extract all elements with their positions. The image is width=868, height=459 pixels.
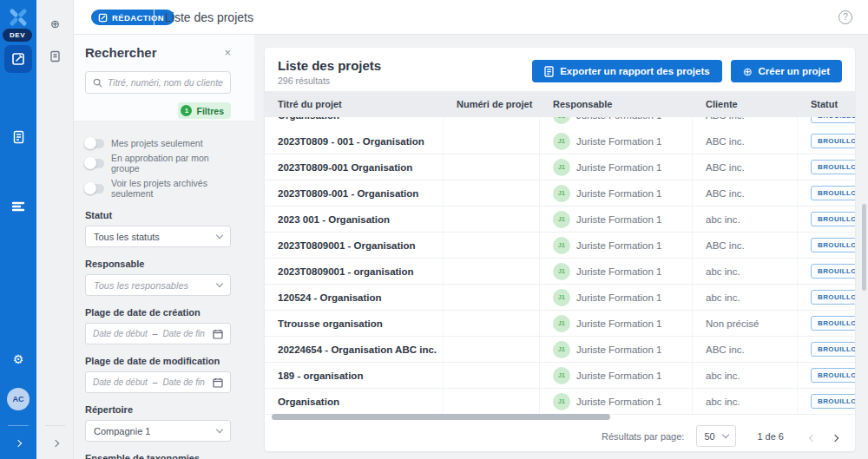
status-badge: BROUILLON: [811, 264, 855, 279]
chevron-down-icon: [216, 232, 223, 239]
per-page-value: 50: [704, 431, 714, 442]
responsable-avatar: J1: [553, 117, 570, 124]
repertoire-select[interactable]: Compagnie 1: [85, 420, 231, 442]
table-row[interactable]: 20224654 - Organisation ABC inc. J1 Juri…: [265, 337, 855, 363]
filter-panel: Rechercher × 1 Filtres Mes projets seule…: [85, 45, 231, 459]
client-name: ABC inc.: [706, 344, 745, 355]
filters-label: Filtres: [196, 106, 224, 116]
previous-page-chevron[interactable]: [810, 429, 815, 444]
client-name: abc inc.: [706, 266, 740, 277]
table-footer: Résultats par page: 50 1 de 6: [265, 421, 855, 451]
responsable-select[interactable]: Tous les responsables: [85, 274, 231, 296]
user-avatar[interactable]: AC: [7, 388, 30, 410]
table-row[interactable]: 2023T0809001 - organisation J1 Juriste F…: [265, 259, 855, 285]
project-title: Ttrousse organisation: [278, 318, 383, 329]
client-name: ABC inc.: [706, 162, 745, 173]
page-title: Liste des projets: [165, 10, 253, 24]
secondary-sidebar-divider: [45, 425, 65, 426]
table-row[interactable]: 2023T0809001 - Organisation J1 Juriste F…: [265, 233, 855, 259]
table-row[interactable]: 120524 - Organisation J1 Juriste Formati…: [265, 285, 855, 311]
table-row[interactable]: 2023T0809 - 001 - Organisation J1 Jurist…: [265, 128, 855, 154]
content-area: Rechercher × 1 Filtres Mes projets seule…: [74, 35, 868, 459]
date-start-placeholder: Date de début: [93, 377, 148, 387]
close-icon[interactable]: ×: [224, 46, 231, 59]
vertical-scrollbar[interactable]: [862, 204, 866, 291]
project-title: 2023T0809-001 - Organisation: [278, 188, 418, 199]
table-row[interactable]: Ttrousse organisation J1 Juriste Formati…: [265, 311, 855, 337]
help-icon[interactable]: ?: [838, 10, 852, 24]
date-dash: –: [153, 377, 158, 387]
dev-environment-badge: DEV: [3, 29, 32, 42]
date-end-placeholder: Date de fin: [162, 377, 204, 387]
responsable-value: Tous les responsables: [94, 280, 188, 291]
edit-document-icon: [11, 52, 25, 66]
responsable-name: Juriste Formation 1: [576, 214, 661, 225]
toggle-archived-only[interactable]: Voir les projets archivés seulement: [85, 178, 231, 199]
responsable-avatar: J1: [553, 367, 570, 384]
secondary-expand-chevron[interactable]: [36, 434, 74, 449]
next-page-chevron[interactable]: [832, 429, 838, 444]
responsable-name: Juriste Formation 1: [576, 344, 661, 355]
active-filters-badge[interactable]: 1 Filtres: [178, 102, 231, 119]
responsable-name: Juriste Formation 1: [576, 266, 661, 277]
module-badge-redaction[interactable]: RÉDACTION: [91, 10, 174, 25]
table-row[interactable]: 2023T0809-001 Organisation J1 Juriste Fo…: [265, 154, 855, 180]
table-row[interactable]: 2023T0809-001 - Organisation J1 Juriste …: [265, 180, 855, 207]
responsable-avatar: J1: [553, 133, 570, 150]
toggle-label: En approbation par mon groupe: [111, 153, 231, 174]
add-circle-icon[interactable]: ⊕: [36, 17, 74, 30]
table-row[interactable]: 2023 001 - Organisation J1 Juriste Forma…: [265, 207, 855, 233]
file-icon[interactable]: [36, 50, 74, 62]
column-header: Statut: [798, 99, 855, 109]
date-modification-range[interactable]: Date de début – Date de fin: [85, 371, 231, 393]
table-row[interactable]: 189 - organisation J1 Juriste Formation …: [265, 363, 855, 389]
status-badge: BROUILLON: [811, 160, 855, 174]
project-title: 120524 - Organisation: [278, 292, 382, 303]
responsable-avatar: J1: [553, 159, 570, 176]
edit-pencil-icon: [98, 13, 108, 23]
filters-count: 1: [181, 105, 192, 116]
report-document-icon: [544, 66, 554, 77]
search-panel-title: Rechercher: [85, 45, 157, 60]
status-badge: BROUILLON: [811, 342, 855, 357]
module-badge-label: RÉDACTION: [112, 13, 164, 23]
sidebar-divider: [8, 425, 29, 426]
status-badge: BROUILLON: [811, 316, 855, 331]
horizontal-scrollbar[interactable]: [272, 414, 610, 420]
responsable-name: Juriste Formation 1: [576, 292, 661, 303]
search-input[interactable]: [108, 77, 223, 88]
responsable-avatar: J1: [553, 341, 570, 358]
statut-select[interactable]: Tous les statuts: [85, 226, 231, 247]
status-badge: BROUILLON: [811, 238, 855, 252]
client-name: abc inc.: [706, 214, 740, 225]
toggle-my-projects[interactable]: Mes projets seulement: [85, 138, 231, 148]
status-badge: BROUILLON: [811, 134, 855, 148]
status-badge: BROUILLON: [811, 212, 855, 226]
toggle-group-approval[interactable]: En approbation par mon groupe: [85, 153, 231, 174]
project-title: 2023T0809001 - Organisation: [278, 240, 416, 251]
table-header-row: Titré du projet Numéri de projet Respons…: [265, 91, 855, 117]
date-end-placeholder: Date de fin: [162, 329, 204, 338]
create-project-button[interactable]: ⊕ Créer un projet: [731, 60, 842, 82]
list-menu-icon: [11, 201, 25, 212]
per-page-select[interactable]: 50: [696, 425, 736, 447]
app-logo-icon: [8, 7, 29, 28]
sidebar-item-list[interactable]: [4, 193, 32, 220]
page-info: 1 de 6: [757, 431, 784, 442]
export-report-button[interactable]: Exporter un rapport des projets: [532, 60, 722, 82]
client-name: abc inc.: [706, 397, 740, 407]
client-name: ABC inc.: [706, 136, 745, 147]
date-creation-range[interactable]: Date de début – Date de fin: [85, 323, 231, 344]
responsable-name: Juriste Formation 1: [576, 136, 661, 147]
project-title: Organisation: [278, 397, 339, 407]
table-row[interactable]: Organisation J1 Juriste Formation 1 ABC …: [265, 117, 855, 128]
sidebar-item-redaction[interactable]: [4, 45, 32, 73]
responsable-name: Juriste Formation 1: [576, 397, 661, 407]
table-row[interactable]: Organisation J1 Juriste Formation 1 abc …: [265, 389, 855, 415]
project-title: 2023T0809 - 001 - Organisation: [278, 136, 424, 147]
sidebar-expand-chevron[interactable]: [0, 434, 36, 449]
settings-gear-icon[interactable]: ⚙: [0, 352, 36, 366]
statut-label: Statut: [85, 210, 231, 220]
sidebar-item-documents[interactable]: [4, 123, 32, 151]
status-badge: BROUILLON: [811, 368, 855, 383]
